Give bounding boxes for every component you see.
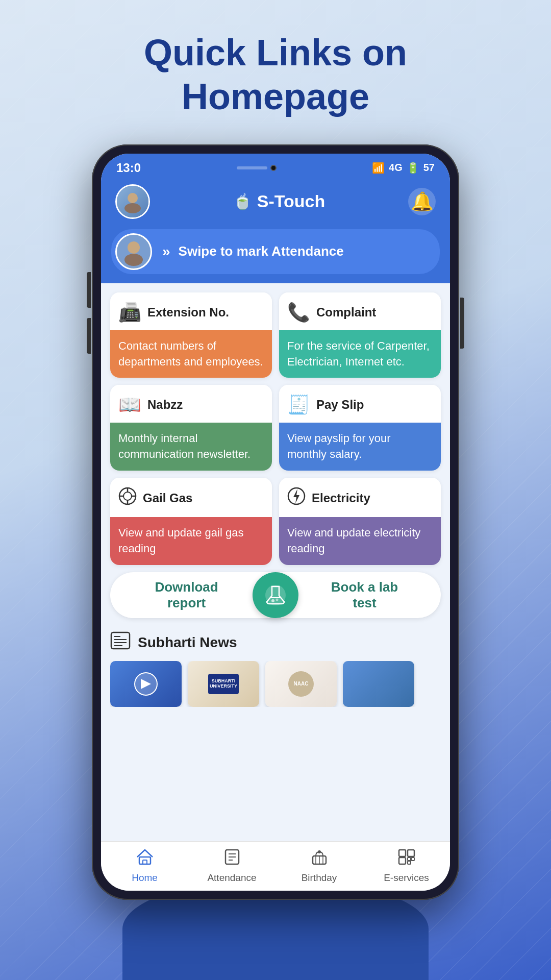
cards-row-1: 📠 Extension No. Contact numbers of depar… <box>110 292 441 378</box>
status-icons: 📶 4G 🔋 57 <box>372 162 435 174</box>
attendance-section: » Swipe to mark Attendance <box>101 229 450 283</box>
card-gailgas-header: Gail Gas <box>110 478 272 517</box>
svg-point-13 <box>276 598 279 601</box>
nav-home[interactable]: Home <box>101 849 188 884</box>
card-nabzz-header: 📖 Nabzz <box>110 385 272 423</box>
eservices-icon <box>398 849 415 869</box>
card-extension[interactable]: 📠 Extension No. Contact numbers of depar… <box>110 292 272 378</box>
complaint-icon: 📞 <box>287 302 310 323</box>
card-electricity[interactable]: Electricity View and update electricity … <box>279 478 441 565</box>
news-section: Subharti News S <box>110 626 441 711</box>
svg-point-5 <box>123 492 132 500</box>
gailgas-body: View and update gail gas reading <box>110 517 272 565</box>
attendance-banner[interactable]: » Swipe to mark Attendance <box>111 229 440 274</box>
news-title: Subharti News <box>138 634 237 651</box>
news-thumbnails: SUBHARTIUNIVERSITY NAAC <box>110 661 441 707</box>
birthday-icon <box>311 849 328 869</box>
news-thumb-1[interactable] <box>110 661 182 707</box>
svg-point-30 <box>318 850 321 853</box>
nav-birthday[interactable]: Birthday <box>276 849 363 884</box>
nav-home-label: Home <box>132 872 158 884</box>
svg-rect-36 <box>408 861 411 864</box>
svg-point-1 <box>124 203 141 213</box>
page-title: Quick Links on Homepage <box>144 31 407 119</box>
news-thumb-2[interactable]: SUBHARTIUNIVERSITY <box>188 661 259 707</box>
user-avatar[interactable] <box>115 184 150 219</box>
app-logo-icon: 🍵 <box>233 192 252 210</box>
card-complaint[interactable]: 📞 Complaint For the service of Carpenter… <box>279 292 441 378</box>
card-complaint-header: 📞 Complaint <box>279 292 441 330</box>
status-bar: 13:0 📶 4G 🔋 57 <box>101 154 450 179</box>
nav-eservices-label: E-services <box>384 872 429 884</box>
payslip-body: View payslip for your monthly salary. <box>279 423 441 471</box>
news-icon <box>110 631 131 654</box>
bottom-nav: Home Attendance <box>101 841 450 891</box>
nabzz-title: Nabzz <box>147 398 183 412</box>
main-content: 📠 Extension No. Contact numbers of depar… <box>101 283 450 841</box>
nabzz-icon: 📖 <box>118 394 141 415</box>
cards-row-3: Gail Gas View and update gail gas readin… <box>110 478 441 565</box>
card-gailgas[interactable]: Gail Gas View and update gail gas readin… <box>110 478 272 565</box>
nabzz-body: Monthly internal communication newslette… <box>110 423 272 471</box>
svg-rect-31 <box>399 850 406 856</box>
signal-icon: 📶 <box>372 162 385 174</box>
electricity-body: View and update electricity reading <box>279 517 441 565</box>
extension-body: Contact numbers of departments and emplo… <box>110 330 272 378</box>
svg-point-11 <box>265 585 286 605</box>
payslip-icon: 🧾 <box>287 394 310 415</box>
svg-point-0 <box>128 193 138 203</box>
network-type: 4G <box>389 162 403 174</box>
gailgas-icon <box>118 487 137 510</box>
notch-speaker-area <box>237 166 267 169</box>
battery-level: 57 <box>423 162 435 174</box>
attendance-avatar <box>115 233 152 270</box>
lab-row: Download report Book a lab test <box>110 572 441 618</box>
lab-center-icon[interactable] <box>253 572 298 618</box>
svg-rect-34 <box>408 857 411 861</box>
svg-point-2 <box>128 241 140 254</box>
app-title: 🍵 S-Touch <box>233 191 325 211</box>
swipe-arrows: » <box>162 243 170 260</box>
home-icon <box>136 849 154 869</box>
electricity-title: Electricity <box>312 491 370 505</box>
attendance-text: Swipe to mark Attendance <box>179 243 428 259</box>
status-time: 13:0 <box>116 161 141 175</box>
battery-icon: 🔋 <box>407 162 419 174</box>
extension-title: Extension No. <box>147 305 229 320</box>
svg-rect-35 <box>411 857 414 861</box>
nav-attendance-label: Attendance <box>207 872 256 884</box>
card-payslip-header: 🧾 Pay Slip <box>279 385 441 423</box>
gailgas-title: Gail Gas <box>143 491 192 505</box>
complaint-title: Complaint <box>316 305 376 320</box>
svg-rect-33 <box>399 857 406 864</box>
cards-row-2: 📖 Nabzz Monthly internal communication n… <box>110 385 441 471</box>
nav-birthday-label: Birthday <box>302 872 337 884</box>
nav-eservices[interactable]: E-services <box>363 849 450 884</box>
svg-rect-32 <box>408 850 414 856</box>
phone-frame: 13:0 📶 4G 🔋 57 <box>92 144 459 900</box>
book-lab-test-button[interactable]: Book a lab test <box>298 579 441 611</box>
download-report-button[interactable]: Download report <box>110 579 253 611</box>
card-payslip[interactable]: 🧾 Pay Slip View payslip for your monthly… <box>279 385 441 471</box>
extension-icon: 📠 <box>118 302 141 323</box>
news-thumb-4[interactable] <box>343 661 414 707</box>
news-header: Subharti News <box>110 631 441 654</box>
payslip-title: Pay Slip <box>316 398 364 412</box>
nav-attendance[interactable]: Attendance <box>188 849 276 884</box>
svg-rect-14 <box>111 632 130 649</box>
electricity-icon <box>287 487 306 510</box>
complaint-body: For the service of Carpenter, Electricia… <box>279 330 441 378</box>
news-thumb-3[interactable]: NAAC <box>265 661 337 707</box>
attendance-nav-icon <box>223 849 241 869</box>
card-electricity-header: Electricity <box>279 478 441 517</box>
svg-point-3 <box>124 254 143 266</box>
card-nabzz[interactable]: 📖 Nabzz Monthly internal communication n… <box>110 385 272 471</box>
svg-point-12 <box>271 599 274 602</box>
app-header: 🍵 S-Touch 🔔 <box>101 179 450 229</box>
notification-bell[interactable]: 🔔 <box>408 188 436 215</box>
card-extension-header: 📠 Extension No. <box>110 292 272 330</box>
